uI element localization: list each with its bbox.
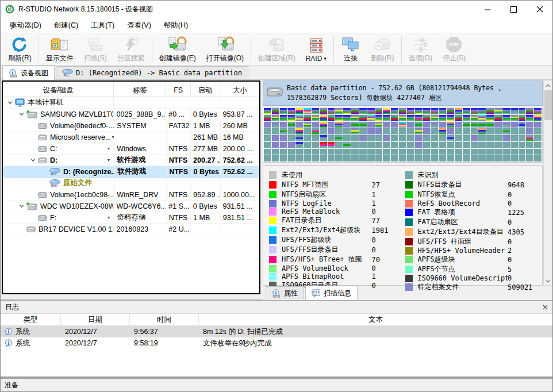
scan-scrollbar[interactable] bbox=[543, 80, 552, 286]
column-header-size[interactable]: 大小 bbox=[220, 82, 259, 97]
toolbar-button-create-image[interactable]: 创建镜像(E) bbox=[154, 34, 201, 64]
toolbar-button-show-files[interactable]: 显示文件 bbox=[41, 34, 79, 64]
partition-info-text: Basic data partition - 752.62 GB (808121… bbox=[287, 83, 521, 102]
scan-block bbox=[494, 149, 502, 155]
title-bar: R-STUDIO Network 8.15.180015 - 设备视图 bbox=[1, 1, 552, 18]
log-row[interactable]: 系统2020/12/79:58:19文件枚举在9秒内完成 bbox=[1, 337, 552, 349]
cell-fs bbox=[167, 178, 191, 189]
legend-item: ReFS MetaBlock0 bbox=[269, 207, 405, 216]
scan-block bbox=[415, 122, 423, 128]
scan-block bbox=[383, 155, 390, 162]
column-header-label[interactable]: 标签 bbox=[114, 82, 166, 97]
legend-swatch bbox=[405, 247, 413, 255]
log-title-bar: 日志 bbox=[1, 301, 552, 314]
column-header-device[interactable]: 设备/磁盘 bbox=[3, 82, 114, 97]
scan-block bbox=[431, 128, 438, 134]
scan-block bbox=[510, 149, 518, 155]
legend-count: 0 bbox=[372, 236, 405, 244]
toolbar-separator bbox=[39, 36, 39, 63]
legend-swatch bbox=[405, 171, 413, 179]
toolbar-button-connect[interactable]: 连接 bbox=[336, 34, 366, 64]
tree-row[interactable]: D:▼软件游戏NTFS200.27 ...752.62 ... bbox=[3, 155, 259, 166]
view-tab-0[interactable]: 设备视图 bbox=[2, 66, 55, 80]
tab-label: 属性 bbox=[284, 289, 298, 298]
tree-row[interactable]: WDC WD10EZEX-08W...WD-WCC6Y6...#1 S...0 … bbox=[3, 201, 259, 212]
dropdown-arrow-icon[interactable]: ▾ bbox=[324, 56, 327, 62]
log-row[interactable]: 系统2020/12/79:56:378m 12s 的 D: 扫描已完成 bbox=[1, 326, 552, 337]
toolbar-button-raid[interactable]: RAID▾ bbox=[301, 34, 332, 64]
scan-block-map[interactable] bbox=[263, 107, 543, 163]
scan-block bbox=[431, 142, 438, 148]
tree-row[interactable]: Rec.D: (Recognize...软件游戏NTFS0 Bytes752.6… bbox=[3, 166, 259, 178]
tree-row[interactable]: C:▼WindowsNTFS277 MB200.00 ... bbox=[3, 143, 259, 155]
toolbar-button-refresh[interactable]: 刷新(R) bbox=[3, 34, 37, 64]
legend-label: FAT 表格项 bbox=[418, 207, 508, 217]
row-dropdown-icon[interactable]: ▼ bbox=[106, 158, 112, 162]
legend-count: 0 bbox=[372, 246, 405, 254]
row-dropdown-icon[interactable]: ▼ bbox=[106, 216, 112, 220]
column-header-boot[interactable]: 启动 bbox=[191, 82, 221, 97]
log-column-time[interactable]: 时间 bbox=[130, 314, 199, 325]
scan-block bbox=[328, 122, 335, 128]
column-label: 类型 bbox=[24, 315, 38, 325]
scan-block bbox=[304, 115, 311, 121]
menu-bar: 驱动器(D)创建(C)工具(T)查看(V)帮助(H) bbox=[1, 18, 552, 33]
tree-row[interactable]: BR17 DEVICE V1.00 1....20160823#2 U... bbox=[3, 224, 259, 235]
cell-fs: NTFS bbox=[167, 166, 191, 177]
tree-row[interactable]: F:▼资料存储NTFS1 MB931.51 ... bbox=[3, 212, 259, 224]
scan-block bbox=[494, 108, 502, 114]
menu-item[interactable]: 查看(V) bbox=[121, 18, 158, 33]
tree-row[interactable]: Volume{0bedecf0-...▼SYSTEMFAT321 MB260 M… bbox=[3, 120, 259, 132]
scan-block bbox=[280, 155, 287, 162]
chevron-down-icon[interactable] bbox=[17, 203, 26, 209]
scan-block bbox=[375, 135, 383, 141]
scroll-down-icon[interactable] bbox=[544, 276, 552, 285]
log-column-date[interactable]: 日期 bbox=[61, 314, 130, 325]
device-name-cell: WDC WD10EZEX-08W... bbox=[3, 201, 114, 212]
device-name: C: bbox=[50, 145, 57, 153]
win-close-icon bbox=[536, 6, 543, 13]
maximize-button[interactable] bbox=[501, 1, 527, 18]
scan-block bbox=[272, 128, 279, 134]
partition-info-banner: Basic data partition - 752.62 GB (808121… bbox=[263, 80, 543, 106]
tree-row[interactable]: Volume{1ecb0c98-...▼WinRE_DRVNTFS952.89 … bbox=[3, 189, 259, 201]
scrollbar-thumb[interactable] bbox=[544, 90, 552, 120]
menu-item[interactable]: 驱动器(D) bbox=[3, 18, 48, 33]
device-name-cell: F:▼ bbox=[3, 212, 114, 223]
chevron-down-icon[interactable] bbox=[28, 157, 38, 163]
chevron-down-icon[interactable] bbox=[5, 100, 15, 105]
column-header-fs[interactable]: FS bbox=[166, 82, 190, 97]
svg-text:STOP: STOP bbox=[449, 42, 459, 47]
tree-row[interactable]: 本地计算机 bbox=[3, 97, 259, 109]
menu-item[interactable]: 帮助(H) bbox=[158, 18, 194, 33]
log-column-text[interactable]: 文本 bbox=[199, 314, 552, 325]
tree-row[interactable]: Microsoft reserve...▼261 MB16 MB bbox=[3, 132, 259, 143]
minimize-button[interactable] bbox=[475, 1, 501, 18]
legend-label: NTFS恢复点 bbox=[418, 190, 508, 199]
log-close-icon[interactable] bbox=[543, 305, 548, 310]
scan-block bbox=[423, 122, 431, 128]
tree-row[interactable]: Rec.原始文件 bbox=[3, 178, 259, 189]
tree-row[interactable]: SAMSUNG MZVLB1T0...0025_388B_9...#0 ...0… bbox=[3, 109, 259, 120]
scan-block bbox=[312, 115, 319, 121]
tab-label: 扫描信息 bbox=[324, 289, 351, 298]
close-button[interactable] bbox=[527, 1, 552, 18]
info-tab-0[interactable]: 属性 bbox=[266, 286, 304, 299]
cell-size bbox=[220, 97, 259, 108]
menu-item[interactable]: 创建(C) bbox=[48, 18, 85, 33]
chevron-down-icon[interactable] bbox=[17, 112, 26, 117]
scan-block bbox=[407, 135, 414, 141]
info-tab-1[interactable]: 扫描信息 bbox=[305, 286, 358, 300]
toolbar-button-open-image[interactable]: 打开镜像(O) bbox=[201, 34, 249, 64]
scan-block bbox=[288, 115, 295, 121]
toolbar-button-create-region: 创建区域(R) bbox=[253, 34, 301, 64]
view-tab-1[interactable]: Rec.D: (Recognized0) -> Basic data parti… bbox=[56, 66, 248, 79]
row-dropdown-icon[interactable]: ▼ bbox=[106, 147, 112, 151]
scan-block bbox=[343, 149, 351, 155]
scroll-up-icon[interactable] bbox=[544, 81, 552, 90]
scan-block bbox=[510, 128, 518, 134]
menu-item[interactable]: 工具(T) bbox=[85, 18, 121, 33]
scan-block bbox=[431, 108, 438, 114]
log-column-type[interactable]: 类型 bbox=[1, 314, 61, 325]
legend-count: 0 bbox=[508, 256, 541, 264]
